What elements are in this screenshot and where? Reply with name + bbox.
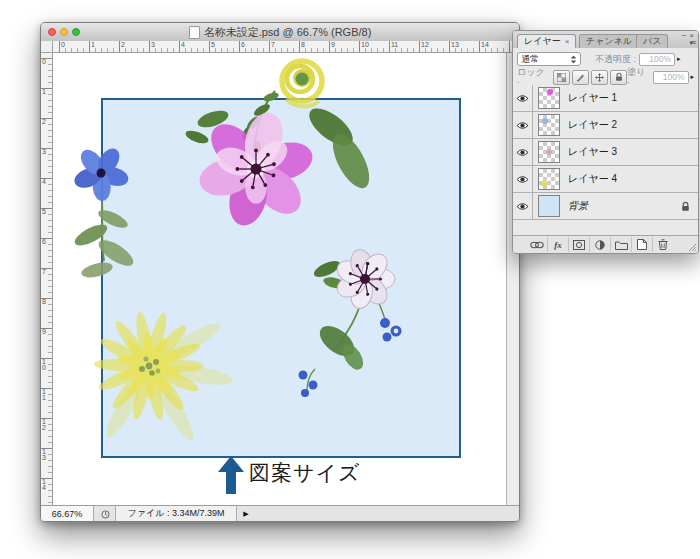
layer-thumbnail[interactable] (538, 87, 560, 109)
panel-tab-bar: レイヤー × チャンネル パス − × ▾≡ (513, 31, 698, 49)
ruler-number: 6 (239, 41, 245, 48)
layer-name: 背景 (568, 199, 681, 213)
visibility-toggle-eye-icon[interactable] (513, 112, 533, 138)
zoom-level-field[interactable]: 66.67% (41, 506, 94, 521)
layer-style-icon[interactable]: fx (547, 237, 568, 252)
ruler-number: 8 (42, 298, 48, 305)
ruler-number: 6 (42, 238, 48, 245)
thumbnail-content-mark (541, 181, 547, 187)
ruler-number: 14 (479, 41, 489, 48)
ruler-number: 1 (42, 88, 48, 95)
tab-channels[interactable]: チャンネル (579, 34, 639, 48)
ruler-number: 12 (419, 41, 429, 48)
opacity-label: 不透明度 : (595, 53, 636, 66)
layer-name: レイヤー 2 (568, 118, 698, 132)
panel-footer: fx (513, 235, 698, 253)
thumbnail-content-mark (547, 89, 553, 95)
title-bar[interactable]: 名称未設定.psd @ 66.7% (RGB/8) (41, 23, 519, 42)
canvas-area[interactable]: 図案サイズ (53, 53, 506, 506)
ruler-number: 10 (42, 358, 48, 371)
ruler-horizontal: 01234567891011121314 (53, 41, 519, 53)
panel-menu-icon[interactable]: ▾≡ (689, 39, 695, 47)
ruler-number: 10 (359, 41, 369, 48)
layer-row[interactable]: レイヤー 2 (513, 112, 698, 139)
delete-layer-icon[interactable] (652, 237, 673, 252)
layer-name: レイヤー 1 (568, 91, 698, 105)
blend-mode-select[interactable]: 通常 (517, 52, 581, 66)
zoom-button[interactable] (72, 28, 80, 36)
tab-close-icon[interactable]: × (565, 37, 570, 46)
ruler-number: 12 (42, 418, 48, 431)
minimize-button[interactable] (60, 28, 68, 36)
ruler-vertical: 01234567891011121314 (41, 53, 53, 506)
ruler-number: 2 (42, 118, 48, 125)
new-group-icon[interactable] (610, 237, 631, 252)
lock-all-icon[interactable] (610, 70, 627, 85)
ruler-number: 13 (449, 41, 459, 48)
layer-thumbnail[interactable] (538, 141, 560, 163)
layer-lock-icon (681, 201, 690, 212)
up-arrow-icon (217, 456, 245, 494)
layer-row[interactable]: レイヤー 4 (513, 166, 698, 193)
ruler-number: 11 (42, 388, 48, 401)
close-button[interactable] (48, 28, 56, 36)
add-layer-mask-icon[interactable] (568, 237, 589, 252)
layer-row[interactable]: レイヤー 1 (513, 85, 698, 112)
fill-field[interactable]: 100% (653, 71, 689, 84)
ruler-number: 7 (269, 41, 275, 48)
panel-close-button[interactable]: × (689, 32, 694, 39)
ruler-number: 0 (42, 58, 48, 65)
ruler-number: 4 (179, 41, 185, 48)
window-title: 名称未設定.psd @ 66.7% (RGB/8) (204, 25, 372, 40)
tab-layers[interactable]: レイヤー × (517, 34, 576, 48)
ruler-number: 0 (59, 41, 65, 48)
layer-row[interactable]: 背景 (513, 193, 698, 220)
layer-thumbnail[interactable] (538, 195, 560, 217)
layer-name: レイヤー 3 (568, 145, 698, 159)
status-bar: 66.67% ファイル : 3.34M/7.39M ▶ (41, 505, 519, 521)
opacity-arrow-icon[interactable]: ▸ (677, 55, 681, 63)
new-layer-icon[interactable] (631, 237, 652, 252)
thumbnail-content-mark (546, 149, 552, 155)
ruler-number: 2 (119, 41, 125, 48)
document-icon (189, 26, 200, 39)
visibility-toggle-eye-icon[interactable] (513, 166, 533, 192)
new-adjustment-layer-icon[interactable] (589, 237, 610, 252)
visibility-toggle-eye-icon[interactable] (513, 139, 533, 165)
ruler-number: 11 (389, 41, 398, 48)
layer-row[interactable]: レイヤー 3 (513, 139, 698, 166)
ruler-number: 8 (299, 41, 305, 48)
lock-move-icon[interactable] (591, 70, 608, 85)
tab-paths[interactable]: パス (636, 34, 668, 48)
traffic-lights (48, 28, 80, 36)
lock-transparency-icon[interactable] (553, 70, 570, 85)
ruler-number: 1 (89, 41, 95, 48)
ruler-number: 3 (149, 41, 155, 48)
ruler-corner-box (41, 41, 53, 53)
ruler-number: 5 (42, 208, 48, 215)
thumbnail-content-mark (542, 118, 548, 124)
ruler-number: 7 (42, 268, 48, 275)
status-menu-arrow[interactable]: ▶ (239, 506, 253, 521)
visibility-toggle-eye-icon[interactable] (513, 193, 533, 219)
link-layers-icon[interactable] (527, 237, 547, 252)
visibility-toggle-eye-icon[interactable] (513, 85, 533, 111)
panel-minimize-button[interactable]: − (682, 32, 687, 39)
ruler-number: 13 (42, 448, 48, 461)
lock-paint-icon[interactable] (572, 70, 589, 85)
layers-panel: レイヤー × チャンネル パス − × ▾≡ 通常 不透明度 : 100% ▸ … (512, 30, 699, 254)
document-status-icon (97, 508, 113, 521)
lock-buttons (553, 70, 627, 85)
layer-options: 通常 不透明度 : 100% ▸ ロック : 塗り : 100% ▸ (513, 48, 698, 86)
opacity-field[interactable]: 100% (639, 53, 675, 66)
fill-arrow-icon[interactable]: ▸ (691, 73, 695, 81)
ruler-number: 5 (209, 41, 215, 48)
ruler-number: 3 (42, 148, 48, 155)
layer-thumbnail[interactable] (538, 168, 560, 190)
layer-list: レイヤー 1レイヤー 2レイヤー 3レイヤー 4背景 (513, 85, 698, 236)
ruler-number: 4 (42, 178, 48, 185)
layer-name: レイヤー 4 (568, 172, 698, 186)
document-window: 名称未設定.psd @ 66.7% (RGB/8) 01234567891011… (40, 22, 520, 522)
layer-thumbnail[interactable] (538, 114, 560, 136)
resize-grip[interactable] (688, 243, 697, 252)
